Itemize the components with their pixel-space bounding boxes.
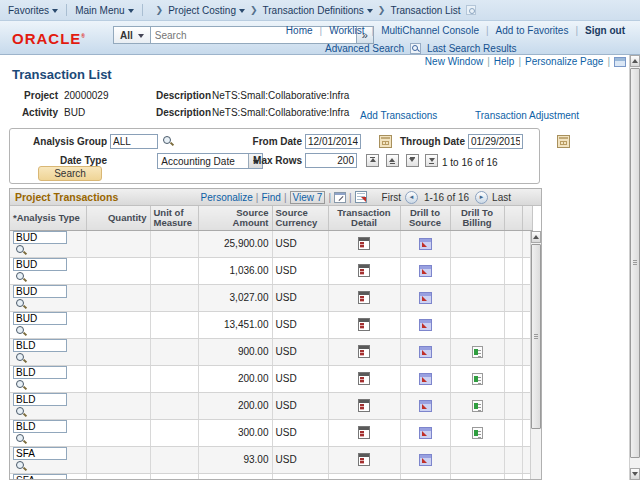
worklist-link[interactable]: Worklist <box>329 25 364 36</box>
add-transactions-link[interactable]: Add Transactions <box>360 110 437 121</box>
first-label[interactable]: First <box>382 192 401 203</box>
analysis-type-lookup-icon[interactable] <box>15 379 28 392</box>
add-to-favorites-link[interactable]: Add to Favorites <box>496 25 569 36</box>
search-scope-dropdown[interactable]: All <box>113 26 150 44</box>
grid-scrollbar-thumb[interactable] <box>531 244 541 429</box>
from-date-input[interactable] <box>305 134 361 149</box>
download-to-excel-icon[interactable] <box>355 191 367 203</box>
next-row-icon[interactable] <box>406 154 419 167</box>
breadcrumb-project-costing[interactable]: Project Costing <box>168 5 245 16</box>
analysis-type-input[interactable] <box>13 393 67 406</box>
last-search-results-link[interactable]: Last Search Results <box>427 43 517 54</box>
next-page-icon[interactable]: ► <box>475 191 488 204</box>
transaction-detail-icon[interactable] <box>358 426 370 439</box>
multichannel-console-link[interactable]: MultiChannel Console <box>381 25 479 36</box>
last-row-icon[interactable] <box>425 154 438 167</box>
transaction-detail-icon[interactable] <box>358 453 370 466</box>
transaction-detail-icon[interactable] <box>358 291 370 304</box>
breadcrumb-favorites-label: Favorites <box>8 5 49 16</box>
previous-page-icon[interactable]: ◄ <box>405 191 418 204</box>
analysis-type-lookup-icon[interactable] <box>15 433 28 446</box>
analysis-type-lookup-icon[interactable] <box>15 244 28 257</box>
find-link[interactable]: Find <box>261 192 280 203</box>
analysis-group-lookup-icon[interactable] <box>162 135 175 148</box>
personalize-link[interactable]: Personalize <box>201 192 253 203</box>
analysis-type-input[interactable] <box>13 474 67 480</box>
project-transactions-grid: Project Transactions Personalize| Find| … <box>9 188 542 480</box>
link-divider: | <box>284 192 287 203</box>
first-row-icon[interactable] <box>366 154 379 167</box>
scroll-down-icon[interactable] <box>630 468 640 480</box>
col-source-amount: Source Amount <box>198 206 272 230</box>
analysis-type-lookup-icon[interactable] <box>15 271 28 284</box>
transaction-detail-icon[interactable] <box>358 345 370 358</box>
analysis-type-input[interactable] <box>13 285 67 298</box>
drill-to-source-icon[interactable] <box>419 454 432 466</box>
through-date-input[interactable] <box>468 134 523 149</box>
breadcrumb-transaction-definitions[interactable]: Transaction Definitions <box>263 5 373 16</box>
analysis-type-lookup-icon[interactable] <box>15 406 28 419</box>
scroll-up-icon[interactable] <box>630 55 640 67</box>
through-date-label: Through Date <box>368 136 465 147</box>
activity-description: NeTS:Small:Collaborative:Infra <box>212 107 349 118</box>
analysis-type-cell <box>10 365 86 392</box>
advanced-search-link[interactable]: Advanced Search <box>325 43 404 54</box>
personalize-page-link[interactable]: Personalize Page <box>525 56 603 67</box>
source-amount-cell: 93.00 <box>198 446 272 473</box>
drill-to-source-icon[interactable] <box>419 427 432 439</box>
view-all-link[interactable]: View 7 <box>290 191 326 204</box>
drill-to-billing-icon[interactable] <box>472 373 483 385</box>
analysis-type-input[interactable] <box>13 231 67 244</box>
max-rows-input[interactable] <box>305 153 357 168</box>
analysis-type-lookup-icon[interactable] <box>15 298 28 311</box>
transaction-adjustment-link[interactable]: Transaction Adjustment <box>475 110 579 121</box>
analysis-group-input[interactable] <box>110 134 158 149</box>
page-title: Transaction List <box>12 67 112 82</box>
page-scrollbar-thumb[interactable] <box>630 68 640 458</box>
drill-to-billing-icon[interactable] <box>472 400 483 412</box>
new-window-link[interactable]: New Window <box>425 56 483 67</box>
last-label[interactable]: Last <box>492 192 511 203</box>
quantity-cell <box>86 311 150 338</box>
scroll-up-icon[interactable] <box>531 231 541 243</box>
breadcrumb-search-icon[interactable] <box>466 5 476 15</box>
analysis-type-input[interactable] <box>13 447 67 460</box>
drill-to-source-icon[interactable] <box>419 292 432 304</box>
drill-to-source-icon[interactable] <box>419 373 432 385</box>
analysis-type-lookup-icon[interactable] <box>15 352 28 365</box>
analysis-type-lookup-icon[interactable] <box>15 460 28 473</box>
analysis-type-input[interactable] <box>13 258 67 271</box>
zoom-grid-icon[interactable] <box>334 192 346 203</box>
grid-scrollbar[interactable] <box>530 231 541 479</box>
sign-out-link[interactable]: Sign out <box>585 25 625 36</box>
breadcrumb-transaction-list[interactable]: Transaction List <box>390 5 460 16</box>
project-description: NeTS:Small:Collaborative:Infra <box>212 90 349 101</box>
transaction-detail-icon[interactable] <box>358 264 370 277</box>
unit-of-measure-cell <box>150 419 198 446</box>
drill-to-billing-icon[interactable] <box>472 427 483 439</box>
breadcrumb-main-menu[interactable]: Main Menu <box>75 5 133 16</box>
transaction-detail-icon[interactable] <box>358 372 370 385</box>
transaction-detail-icon[interactable] <box>358 237 370 250</box>
analysis-type-input[interactable] <box>13 312 67 325</box>
drill-to-source-icon[interactable] <box>419 319 432 331</box>
transaction-detail-icon[interactable] <box>358 399 370 412</box>
home-link[interactable]: Home <box>286 25 313 36</box>
drill-to-source-icon[interactable] <box>419 265 432 277</box>
analysis-type-lookup-icon[interactable] <box>15 325 28 338</box>
drill-to-source-icon[interactable] <box>419 346 432 358</box>
through-date-calendar-icon[interactable] <box>557 135 570 148</box>
previous-row-icon[interactable] <box>386 154 399 167</box>
page-scrollbar[interactable] <box>629 55 640 480</box>
drill-to-source-icon[interactable] <box>419 238 432 250</box>
drill-to-source-icon[interactable] <box>419 400 432 412</box>
analysis-type-input[interactable] <box>13 339 67 352</box>
drill-to-billing-icon[interactable] <box>472 346 483 358</box>
transaction-detail-icon[interactable] <box>358 318 370 331</box>
analysis-type-input[interactable] <box>13 366 67 379</box>
help-link[interactable]: Help <box>494 56 515 67</box>
http-window-icon[interactable] <box>614 57 626 67</box>
breadcrumb-favorites-menu[interactable]: Favorites <box>8 5 58 16</box>
analysis-type-input[interactable] <box>13 420 67 433</box>
search-button[interactable]: Search <box>38 166 102 181</box>
